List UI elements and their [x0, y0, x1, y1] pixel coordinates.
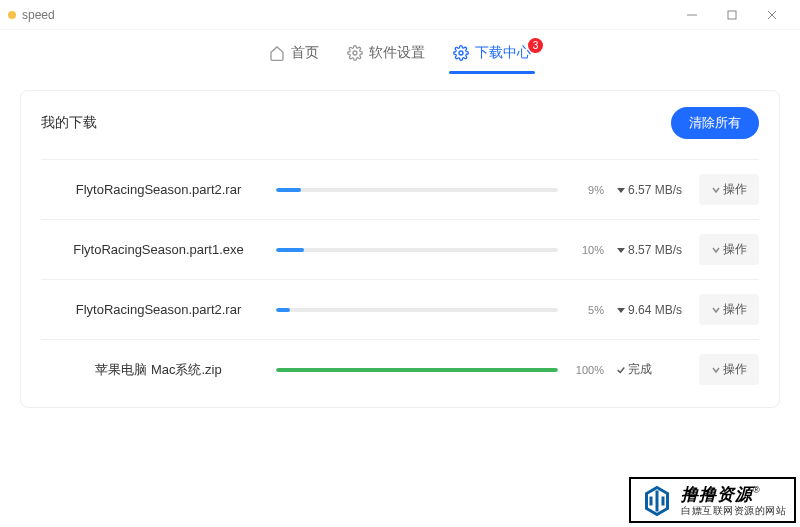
download-item: FlytoRacingSeason.part2.rar9%6.57 MB/s操作 — [41, 159, 759, 219]
download-list: FlytoRacingSeason.part2.rar9%6.57 MB/s操作… — [41, 159, 759, 399]
progress-bar — [276, 308, 558, 312]
maximize-button[interactable] — [712, 0, 752, 30]
progress-bar — [276, 188, 558, 192]
progress-wrap: 5% — [276, 304, 604, 316]
check-icon — [616, 365, 626, 375]
gear-icon — [453, 45, 469, 61]
download-filename: FlytoRacingSeason.part2.rar — [41, 182, 276, 197]
download-filename: FlytoRacingSeason.part2.rar — [41, 302, 276, 317]
chevron-down-icon — [711, 305, 721, 315]
watermark-text: 撸撸资源® 白嫖互联网资源的网站 — [681, 485, 786, 517]
download-item: 苹果电脑 Mac系统.zip100%完成操作 — [41, 339, 759, 399]
chevron-down-icon — [711, 245, 721, 255]
download-speed: 6.57 MB/s — [604, 183, 699, 197]
watermark-sub: 白嫖互联网资源的网站 — [681, 505, 786, 517]
downloads-card: 我的下载 清除所有 FlytoRacingSeason.part2.rar9%6… — [20, 90, 780, 408]
tab-label: 软件设置 — [369, 44, 425, 62]
download-speed: 8.57 MB/s — [604, 243, 699, 257]
progress-wrap: 9% — [276, 184, 604, 196]
progress-fill — [276, 188, 301, 192]
action-button[interactable]: 操作 — [699, 234, 759, 265]
svg-rect-1 — [728, 11, 736, 19]
download-filename: 苹果电脑 Mac系统.zip — [41, 361, 276, 379]
titlebar: speed — [0, 0, 800, 30]
progress-percent: 9% — [568, 184, 604, 196]
app-dot — [8, 11, 16, 19]
action-button[interactable]: 操作 — [699, 174, 759, 205]
registered-icon: ® — [753, 485, 760, 495]
progress-bar — [276, 368, 558, 372]
download-arrow-icon — [616, 305, 626, 315]
svg-point-5 — [459, 51, 463, 55]
close-button[interactable] — [752, 0, 792, 30]
watermark-logo-icon — [639, 483, 675, 519]
progress-fill — [276, 368, 558, 372]
progress-wrap: 10% — [276, 244, 604, 256]
download-arrow-icon — [616, 245, 626, 255]
download-status-done: 完成 — [604, 361, 699, 378]
tab-downloads[interactable]: 下载中心 3 — [453, 44, 531, 74]
progress-fill — [276, 248, 304, 252]
content-area: 我的下载 清除所有 FlytoRacingSeason.part2.rar9%6… — [0, 74, 800, 424]
action-button[interactable]: 操作 — [699, 294, 759, 325]
tab-bar: 首页 软件设置 下载中心 3 — [0, 30, 800, 74]
clear-all-button[interactable]: 清除所有 — [671, 107, 759, 139]
window-title: speed — [22, 8, 55, 22]
watermark: 撸撸资源® 白嫖互联网资源的网站 — [629, 477, 796, 523]
action-button[interactable]: 操作 — [699, 354, 759, 385]
download-filename: FlytoRacingSeason.part1.exe — [41, 242, 276, 257]
card-header: 我的下载 清除所有 — [41, 107, 759, 139]
progress-percent: 10% — [568, 244, 604, 256]
minimize-button[interactable] — [672, 0, 712, 30]
progress-bar — [276, 248, 558, 252]
notification-badge: 3 — [528, 38, 543, 53]
watermark-main: 撸撸资源 — [681, 485, 753, 504]
tab-label: 首页 — [291, 44, 319, 62]
chevron-down-icon — [711, 185, 721, 195]
progress-percent: 100% — [568, 364, 604, 376]
download-speed: 9.64 MB/s — [604, 303, 699, 317]
tab-home[interactable]: 首页 — [269, 44, 319, 74]
tab-settings[interactable]: 软件设置 — [347, 44, 425, 74]
tab-label: 下载中心 — [475, 44, 531, 62]
download-item: FlytoRacingSeason.part2.rar5%9.64 MB/s操作 — [41, 279, 759, 339]
window-controls — [672, 0, 792, 30]
download-item: FlytoRacingSeason.part1.exe10%8.57 MB/s操… — [41, 219, 759, 279]
progress-percent: 5% — [568, 304, 604, 316]
svg-point-4 — [353, 51, 357, 55]
chevron-down-icon — [711, 365, 721, 375]
progress-fill — [276, 308, 290, 312]
home-icon — [269, 45, 285, 61]
gear-icon — [347, 45, 363, 61]
card-title: 我的下载 — [41, 114, 97, 132]
download-arrow-icon — [616, 185, 626, 195]
progress-wrap: 100% — [276, 364, 604, 376]
